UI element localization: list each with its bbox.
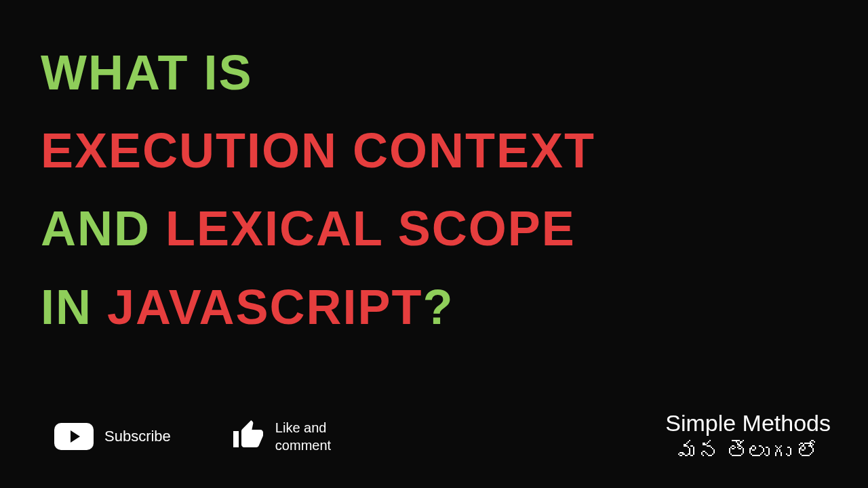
- title-line-4: in Javascript?: [41, 268, 827, 346]
- title-javascript: Javascript: [107, 280, 422, 334]
- channel-name: Simple Methods: [665, 410, 831, 436]
- channel-info: Simple Methods మన తెలుగు లో: [665, 410, 831, 464]
- like-text: Like and comment: [275, 419, 331, 454]
- title-line-2: Execution Context: [41, 112, 827, 190]
- subscribe-cta[interactable]: Subscribe: [54, 423, 171, 450]
- subscribe-text: Subscribe: [104, 428, 171, 445]
- title-lexical-scope: Lexical Scope: [165, 201, 576, 256]
- title-line-3: and Lexical Scope: [41, 190, 827, 268]
- thumbs-up-icon: [232, 419, 264, 454]
- like-line-2: comment: [275, 436, 331, 454]
- title-question-mark: ?: [422, 280, 454, 334]
- title-container: What is Execution Context and Lexical Sc…: [0, 0, 868, 346]
- title-line-1: What is: [41, 34, 827, 112]
- like-line-1: Like and: [275, 419, 331, 436]
- channel-tagline: మన తెలుగు లో: [665, 439, 831, 464]
- play-triangle-icon: [71, 430, 80, 443]
- like-cta[interactable]: Like and comment: [232, 419, 331, 454]
- title-and: and: [41, 201, 151, 256]
- cta-row: Subscribe Like and comment: [54, 419, 331, 454]
- youtube-icon: [54, 423, 94, 450]
- title-in: in: [41, 280, 92, 334]
